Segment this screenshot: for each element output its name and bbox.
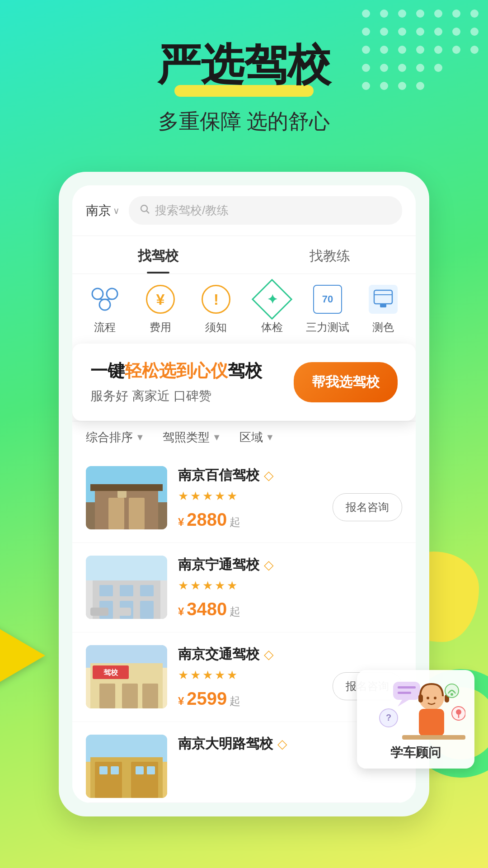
search-placeholder: 搜索驾校/教练 xyxy=(155,203,229,218)
stars-row: ★ ★ ★ ★ ★ xyxy=(178,579,391,593)
play-button-deco xyxy=(0,624,45,687)
promo-sub-text: 服务好 离家近 口碑赞 xyxy=(90,387,285,405)
xuzhi-icon: ! xyxy=(200,283,232,316)
hero-subtitle: 多重保障 选的舒心 xyxy=(158,109,330,133)
school-thumbnail xyxy=(86,556,167,619)
search-input-wrapper[interactable]: 搜索驾校/教练 xyxy=(129,196,402,225)
feature-tijian[interactable]: ✦ 体检 xyxy=(247,283,297,335)
star-icon: ★ xyxy=(202,489,213,503)
price-suffix: 起 xyxy=(230,694,240,708)
school-item[interactable]: 南京宁通驾校 ◇ ★ ★ ★ ★ ★ ¥ 3480 起 xyxy=(72,543,416,632)
tab-find-coach[interactable]: 找教练 xyxy=(244,236,416,274)
advisor-widget[interactable]: ? 学车顾问 xyxy=(357,670,474,769)
school-info: 南京百信驾校 ◇ ★ ★ ★ ★ ★ ¥ 2880 起 xyxy=(178,466,322,530)
promo-text-block: 一键轻松选到心仪驾校 服务好 离家近 口碑赞 xyxy=(90,360,285,405)
verified-badge-icon: ◇ xyxy=(264,647,274,662)
svg-rect-44 xyxy=(129,498,145,529)
svg-point-86 xyxy=(434,697,436,699)
svg-text:驾校: 驾校 xyxy=(103,669,118,676)
search-icon xyxy=(140,204,150,217)
filter-license-type[interactable]: 驾照类型 ▼ xyxy=(163,429,221,445)
city-chevron-icon: ∨ xyxy=(113,205,120,216)
svg-rect-74 xyxy=(147,766,155,774)
cese-icon xyxy=(367,283,399,316)
school-item[interactable]: 南京百信驾校 ◇ ★ ★ ★ ★ ★ ¥ 2880 起 xyxy=(72,453,416,543)
price-suffix: 起 xyxy=(230,515,240,529)
svg-rect-43 xyxy=(108,498,124,529)
price-symbol: ¥ xyxy=(178,695,184,708)
price-amount: 2880 xyxy=(187,509,227,530)
filter-sort[interactable]: 综合排序 ▼ xyxy=(86,429,145,445)
promo-main-text: 一键轻松选到心仪驾校 xyxy=(90,360,285,382)
filter-area-arrow-icon: ▼ xyxy=(266,432,275,443)
star-icon: ★ xyxy=(178,668,188,682)
features-row: 流程 ¥ 费用 ! 须知 ✦ xyxy=(72,274,416,348)
svg-rect-57 xyxy=(113,608,131,616)
svg-point-91 xyxy=(456,709,461,715)
filter-sort-arrow-icon: ▼ xyxy=(136,432,145,443)
svg-rect-47 xyxy=(86,556,167,580)
feature-cese[interactable]: 测色 xyxy=(358,283,408,335)
star-icon: ★ xyxy=(190,579,201,593)
verified-badge-icon: ◇ xyxy=(264,468,274,483)
price-row: ¥ 2599 起 xyxy=(178,689,322,709)
star-icon: ★ xyxy=(227,489,237,503)
consult-button[interactable]: 报名咨询 xyxy=(333,493,402,521)
school-name-row: 南京交通驾校 ◇ xyxy=(178,645,322,664)
verified-badge-icon: ◇ xyxy=(264,557,274,572)
sanli-icon: 70 xyxy=(311,283,344,316)
svg-rect-72 xyxy=(111,766,119,774)
school-name: 南京宁通驾校 xyxy=(178,556,259,574)
star-icon: ★ xyxy=(178,579,188,593)
star-icon: ★ xyxy=(215,489,225,503)
price-suffix: 起 xyxy=(230,604,240,619)
help-select-button[interactable]: 帮我选驾校 xyxy=(294,362,398,402)
svg-rect-83 xyxy=(418,694,423,703)
svg-rect-52 xyxy=(140,585,154,596)
star-icon: ★ xyxy=(227,668,237,682)
feature-liucheng-label: 流程 xyxy=(94,320,116,335)
advisor-illustration: ? xyxy=(366,677,465,741)
svg-text:?: ? xyxy=(386,712,391,722)
promo-banner: 一键轻松选到心仪驾校 服务好 离家近 口碑赞 帮我选驾校 xyxy=(72,344,416,421)
filter-area[interactable]: 区域 ▼ xyxy=(239,429,275,445)
school-name: 南京交通驾校 xyxy=(178,645,259,664)
price-symbol: ¥ xyxy=(178,516,184,528)
verified-badge-icon: ◇ xyxy=(277,736,287,751)
feature-tijian-label: 体检 xyxy=(261,320,283,335)
school-name-row: 南京百信驾校 ◇ xyxy=(178,466,322,485)
price-row: ¥ 3480 起 xyxy=(178,599,391,619)
feature-liucheng[interactable]: 流程 xyxy=(80,283,130,335)
svg-rect-73 xyxy=(136,766,144,774)
svg-rect-87 xyxy=(402,735,465,740)
star-icon: ★ xyxy=(190,489,201,503)
price-symbol: ¥ xyxy=(178,605,184,618)
school-info: 南京交通驾校 ◇ ★ ★ ★ ★ ★ ¥ 2599 起 xyxy=(178,645,322,709)
feature-feiyong-label: 费用 xyxy=(150,320,171,335)
filter-row: 综合排序 ▼ 驾照类型 ▼ 区域 ▼ xyxy=(72,421,416,453)
svg-point-34 xyxy=(107,288,117,299)
feature-xuzhi[interactable]: ! 须知 xyxy=(191,283,241,335)
filter-license-arrow-icon: ▼ xyxy=(212,432,221,443)
stars-row: ★ ★ ★ ★ ★ xyxy=(178,668,322,682)
svg-point-30 xyxy=(141,205,147,212)
svg-rect-75 xyxy=(393,682,420,700)
feature-sanli[interactable]: 70 三力测试 xyxy=(303,283,352,335)
star-icon: ★ xyxy=(227,579,237,593)
svg-point-85 xyxy=(427,697,429,699)
svg-rect-77 xyxy=(398,686,416,689)
tab-find-school[interactable]: 找驾校 xyxy=(72,236,244,274)
svg-rect-56 xyxy=(90,608,108,616)
feature-sanli-label: 三力测试 xyxy=(306,320,349,335)
school-thumbnail xyxy=(86,735,167,798)
tijian-icon: ✦ xyxy=(256,283,288,316)
tabs-row: 找驾校 找教练 xyxy=(72,236,416,274)
svg-rect-64 xyxy=(122,684,138,708)
feature-feiyong[interactable]: ¥ 费用 xyxy=(136,283,185,335)
hero-section: 严选驾校 多重保障 选的舒心 xyxy=(0,0,488,154)
school-thumbnail xyxy=(86,466,167,529)
svg-rect-51 xyxy=(120,585,133,596)
svg-rect-46 xyxy=(90,484,163,491)
svg-rect-71 xyxy=(99,766,108,774)
city-selector[interactable]: 南京 ∨ xyxy=(86,202,120,219)
